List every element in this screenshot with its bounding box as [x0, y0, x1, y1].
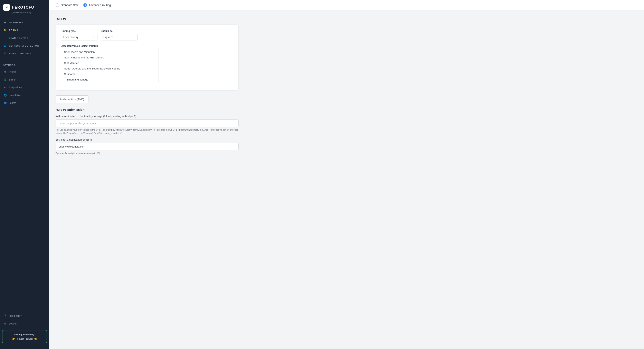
standard-flow-option[interactable]: Standard flow [56, 3, 78, 7]
main-nav: ⊞ DASHBOARD 🗋 FORMS ✦ LEAD ROUTING 🌐 GDP… [0, 17, 49, 59]
should-be-label: Should be [101, 30, 138, 32]
question-icon: ❓ [3, 314, 7, 318]
submission-section: Rule #1 submission: Will be redirected t… [56, 108, 239, 155]
content-area: Rule #1: Routing type User country ▼ Sho… [49, 10, 245, 165]
notification-input[interactable] [56, 143, 239, 150]
topbar: Standard flow Advanced routing [49, 0, 644, 10]
sidebar-item-logout[interactable]: ⊗ Logout [0, 320, 49, 328]
chevron-down-icon-2: ▼ [133, 36, 135, 38]
advanced-routing-option[interactable]: Advanced routing [83, 3, 111, 7]
routing-type-select[interactable]: User country ▼ [61, 34, 98, 40]
sidebar: H HEROTOFU (BUSINESS PLAN) ⊞ DASHBOARD 🗋… [0, 0, 49, 349]
country-list[interactable]: Saint Pierre and MiquelonSaint Vincent a… [61, 49, 158, 82]
submission-title: Rule #1 submission: [56, 108, 239, 111]
notification-label: You'll get a notification email to: [56, 138, 239, 141]
logo-area: H HEROTOFU [0, 0, 49, 12]
request-features-label[interactable]: 👉 Request Features 👈 [5, 337, 44, 340]
standard-flow-radio[interactable] [56, 3, 59, 7]
globe-icon: 🌐 [3, 44, 7, 48]
nav-bots[interactable]: 🛡 BOTS IDENTIFIER [0, 50, 49, 58]
users-icon: 👥 [3, 101, 7, 105]
gear-icon: ⚙ [3, 86, 7, 89]
logo-icon: H [3, 4, 10, 11]
list-item[interactable]: Trinidad and Tobago [61, 77, 158, 82]
settings-label: SETTINGS [0, 62, 49, 68]
dollar-icon: 💲 [3, 78, 7, 82]
routing-row: Routing type User country ▼ Should be Eq… [61, 30, 234, 40]
nav-dashboard[interactable]: ⊞ DASHBOARD [0, 18, 49, 26]
logo-text: HEROTOFU [12, 5, 34, 10]
missing-title: Missing Something? [5, 333, 44, 336]
divider-2 [3, 310, 46, 310]
route-icon: ✦ [3, 36, 7, 40]
file-icon: 🗋 [3, 28, 7, 32]
sidebar-item-integrations[interactable]: ⚙ Integrations [0, 84, 49, 91]
routing-type-label: Routing type [61, 30, 98, 32]
should-be-group: Should be Equal to ▼ [101, 30, 138, 40]
sidebar-item-billing[interactable]: 💲 Billing [0, 76, 49, 84]
main-content: Standard flow Advanced routing Rule #1: … [49, 0, 644, 349]
flow-selector: Standard flow Advanced routing [56, 3, 111, 7]
sidebar-bottom: ❓ Need help? ⊗ Logout Missing Something?… [0, 307, 49, 349]
nav-gdpr[interactable]: 🌐 GDPR/CCPA DETECTOR [0, 42, 49, 50]
expected-label: Expected values (select multiple) [61, 44, 234, 48]
logout-icon: ⊗ [3, 322, 7, 326]
add-condition-button[interactable]: Add condition (AND) [56, 96, 88, 103]
divider-1 [3, 61, 46, 61]
redirect-group: Will be redirected to the thank you page… [56, 115, 239, 135]
redirect-input[interactable] [56, 119, 239, 127]
should-be-select[interactable]: Equal to ▼ [101, 34, 138, 40]
list-item[interactable]: Suriname [61, 71, 158, 77]
sidebar-item-help[interactable]: ❓ Need help? [0, 312, 49, 320]
nav-lead-routing[interactable]: ✦ LEAD ROUTING [0, 34, 49, 42]
sidebar-item-translations[interactable]: 🌐 Translations [0, 91, 49, 99]
user-icon: 👤 [3, 70, 7, 74]
sidebar-item-teams[interactable]: 👥 Teams [0, 99, 49, 107]
list-item[interactable]: Saint Pierre and Miquelon [61, 49, 158, 55]
country-list-box: Saint Pierre and MiquelonSaint Vincent a… [61, 49, 159, 82]
missing-box: Missing Something? 👉 Request Features 👈 [2, 330, 47, 343]
list-item[interactable]: Saint Vincent and the Grenadines [61, 55, 158, 60]
rule-title: Rule #1: [56, 17, 239, 20]
translate-icon: 🌐 [3, 94, 7, 97]
advanced-routing-radio[interactable] [83, 3, 87, 7]
routing-type-group: Routing type User country ▼ [61, 30, 98, 40]
list-item[interactable]: Sint Maarten [61, 60, 158, 66]
grid-icon: ⊞ [3, 21, 7, 24]
nav-forms[interactable]: 🗋 FORMS [0, 26, 49, 34]
sidebar-item-profile[interactable]: 👤 Profile [0, 68, 49, 76]
redirect-label: Will be redirected to the thank you page… [56, 115, 239, 118]
redirect-tip: Tip: you can use your form values in the… [56, 128, 239, 135]
notification-tip: Tip: specify multiple with a comma (up t… [56, 152, 239, 155]
rule-card: Routing type User country ▼ Should be Eq… [56, 24, 239, 90]
chevron-down-icon: ▼ [93, 36, 95, 38]
shield-icon: 🛡 [3, 52, 7, 55]
plan-label: (BUSINESS PLAN) [0, 12, 49, 17]
list-item[interactable]: South Georgia and the South Sandwich Isl… [61, 66, 158, 71]
notification-group: You'll get a notification email to: Tip:… [56, 138, 239, 155]
expected-values-group: Expected values (select multiple) Saint … [61, 44, 234, 82]
